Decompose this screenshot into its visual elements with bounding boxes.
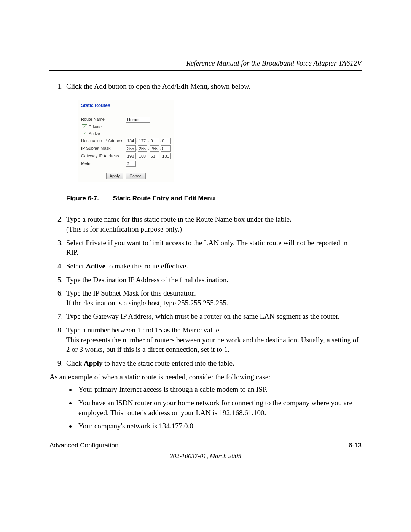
step-text: (This is for identification purpose only…: [66, 225, 182, 233]
figure-number: Figure 6-7.: [66, 194, 111, 203]
step-text: Type the Destination IP Address of the f…: [66, 276, 228, 284]
step-text: to have the static route entered into th…: [103, 359, 234, 367]
example-intro: As an example of when a static route is …: [49, 372, 362, 382]
step-5: Type the Destination IP Address of the f…: [65, 275, 362, 285]
footer-docnum: 202-10037-01, March 2005: [49, 452, 362, 460]
route-name-label: Route Name: [81, 117, 126, 122]
active-checkbox[interactable]: ✓: [82, 131, 87, 136]
panel-title: Static Routes: [78, 100, 174, 114]
step-text: Click the Add button to open the Add/Edi…: [66, 82, 250, 90]
gw-oct3[interactable]: 61: [150, 153, 159, 159]
mask-oct2[interactable]: 255: [138, 145, 148, 152]
step-3: Select Private if you want to limit acce…: [65, 238, 362, 257]
step-text: Type the Gateway IP Address, which must …: [66, 312, 339, 320]
step-text: Select Private if you want to limit acce…: [66, 239, 347, 257]
apply-button[interactable]: Apply: [106, 173, 124, 180]
dest-ip-label: Destination IP Address: [81, 138, 126, 144]
step-text: Click: [66, 359, 84, 367]
dest-ip-oct1[interactable]: 134: [126, 138, 136, 144]
private-label: Private: [89, 124, 102, 130]
step-text: Type a route name for this static route …: [66, 215, 292, 223]
cancel-button[interactable]: Cancel: [126, 173, 146, 180]
step-text: Type the IP Subnet Mask for this destina…: [66, 289, 197, 297]
step-8: Type a number between 1 and 15 as the Me…: [65, 325, 362, 355]
figure-title: Static Route Entry and Edit Menu: [113, 195, 215, 202]
step-bold: Active: [86, 262, 105, 270]
dest-ip-oct4[interactable]: 0: [161, 138, 171, 144]
running-header: Reference Manual for the Broadband Voice…: [49, 59, 362, 71]
private-checkbox[interactable]: ✓: [82, 124, 87, 129]
gw-oct2[interactable]: 168: [138, 153, 148, 159]
step-text: to make this route effective.: [105, 262, 188, 270]
step-text: Select: [66, 262, 86, 270]
dest-ip-oct3[interactable]: 0: [150, 138, 159, 144]
footer-section: Advanced Configuration: [49, 442, 118, 449]
subnet-label: IP Subnet Mask: [81, 145, 126, 151]
step-9: Click Apply to have the static route ent…: [65, 358, 362, 368]
step-7: Type the Gateway IP Address, which must …: [65, 312, 362, 321]
step-bold: Apply: [84, 359, 103, 367]
bullet-item: Your company's network is 134.177.0.0.: [76, 421, 362, 431]
static-routes-panel: Static Routes Route Name Horace ✓ Privat…: [78, 100, 174, 182]
step-6: Type the IP Subnet Mask for this destina…: [65, 288, 362, 308]
dest-ip-oct2[interactable]: 177: [138, 138, 148, 144]
mask-oct4[interactable]: 0: [161, 145, 171, 152]
figure-screenshot: Static Routes Route Name Horace ✓ Privat…: [78, 100, 362, 182]
mask-oct3[interactable]: 255: [150, 145, 159, 152]
figure-caption: Figure 6-7. Static Route Entry and Edit …: [66, 194, 362, 203]
step-text: If the destination is a single host, typ…: [66, 299, 228, 307]
instruction-list: Click the Add button to open the Add/Edi…: [49, 81, 362, 368]
route-name-input[interactable]: Horace: [126, 117, 150, 123]
metric-label: Metric: [81, 161, 126, 166]
active-label: Active: [89, 131, 100, 137]
example-bullets: Your primary Internet access is through …: [49, 385, 362, 431]
step-text: Type a number between 1 and 15 as the Me…: [66, 326, 221, 334]
bullet-item: You have an ISDN router on your home net…: [76, 398, 362, 418]
step-4: Select Active to make this route effecti…: [65, 261, 362, 271]
mask-oct1[interactable]: 255: [126, 145, 136, 152]
page-footer: Advanced Configuration 6-13: [49, 439, 362, 449]
document-page: Reference Manual for the Broadband Voice…: [0, 0, 411, 532]
gw-oct4[interactable]: 100: [161, 153, 171, 159]
gw-oct1[interactable]: 192: [126, 153, 136, 159]
step-text: This represents the number of routers be…: [66, 336, 359, 354]
metric-input[interactable]: 2: [126, 161, 136, 167]
step-2: Type a route name for this static route …: [65, 214, 362, 234]
step-1: Click the Add button to open the Add/Edi…: [65, 81, 362, 203]
gateway-label: Gateway IP Address: [81, 153, 126, 159]
footer-page-number: 6-13: [349, 442, 362, 449]
bullet-item: Your primary Internet access is through …: [76, 385, 362, 395]
